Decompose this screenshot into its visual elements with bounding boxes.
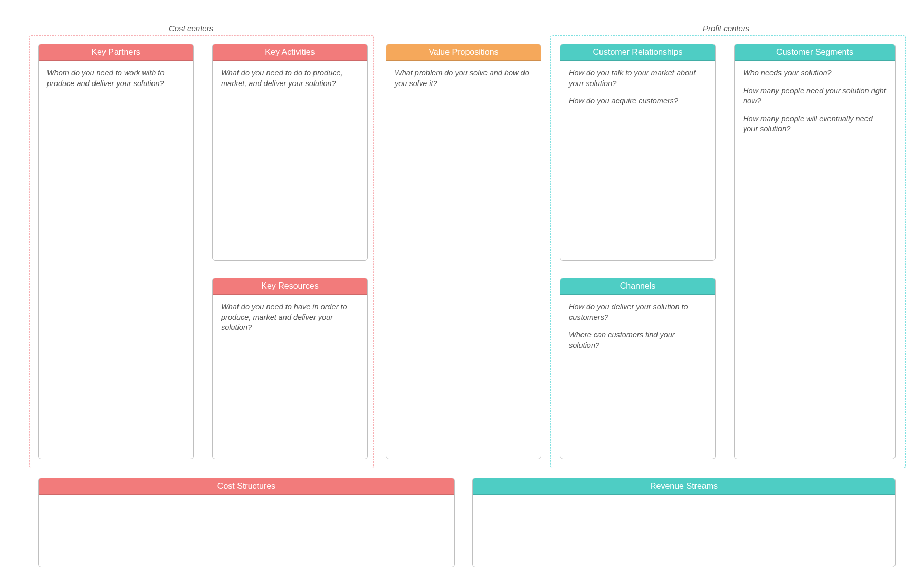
card-channels[interactable]: Channels How do you deliver your solutio… (560, 278, 716, 459)
card-key-partners-title: Key Partners (39, 44, 193, 61)
card-revenue-streams[interactable]: Revenue Streams (472, 478, 896, 567)
card-key-partners[interactable]: Key Partners Whom do you need to work wi… (38, 44, 194, 459)
card-revenue-streams-title: Revenue Streams (473, 478, 895, 495)
card-revenue-streams-body (473, 495, 895, 509)
card-channels-title: Channels (560, 278, 715, 295)
card-cost-structures-body (39, 495, 454, 509)
card-key-resources-title: Key Resources (213, 278, 367, 295)
card-key-resources[interactable]: Key Resources What do you need to have i… (212, 278, 368, 459)
card-customer-segments[interactable]: Customer Segments Who needs your solutio… (734, 44, 896, 459)
card-key-activities-body: What do you need to do to produce, marke… (213, 61, 367, 103)
card-customer-relationships-body: How do you talk to your market about you… (560, 61, 715, 121)
card-customer-relationships[interactable]: Customer Relationships How do you talk t… (560, 44, 716, 261)
card-channels-body: How do you deliver your solution to cust… (560, 295, 715, 365)
card-value-propositions-title: Value Propositions (386, 44, 541, 61)
card-cost-structures[interactable]: Cost Structures (38, 478, 455, 567)
card-key-activities-title: Key Activities (213, 44, 367, 61)
card-key-activities[interactable]: Key Activities What do you need to do to… (212, 44, 368, 261)
profit-centers-label: Profit centers (703, 24, 749, 33)
cost-centers-label: Cost centers (169, 24, 213, 33)
card-value-propositions[interactable]: Value Propositions What problem do you s… (386, 44, 541, 459)
card-key-resources-body: What do you need to have in order to pro… (213, 295, 367, 348)
card-value-propositions-body: What problem do you solve and how do you… (386, 61, 541, 103)
card-customer-segments-title: Customer Segments (735, 44, 895, 61)
card-customer-segments-body: Who needs your solution? How many people… (735, 61, 895, 149)
card-customer-relationships-title: Customer Relationships (560, 44, 715, 61)
card-cost-structures-title: Cost Structures (39, 478, 454, 495)
card-key-partners-body: Whom do you need to work with to produce… (39, 61, 193, 103)
